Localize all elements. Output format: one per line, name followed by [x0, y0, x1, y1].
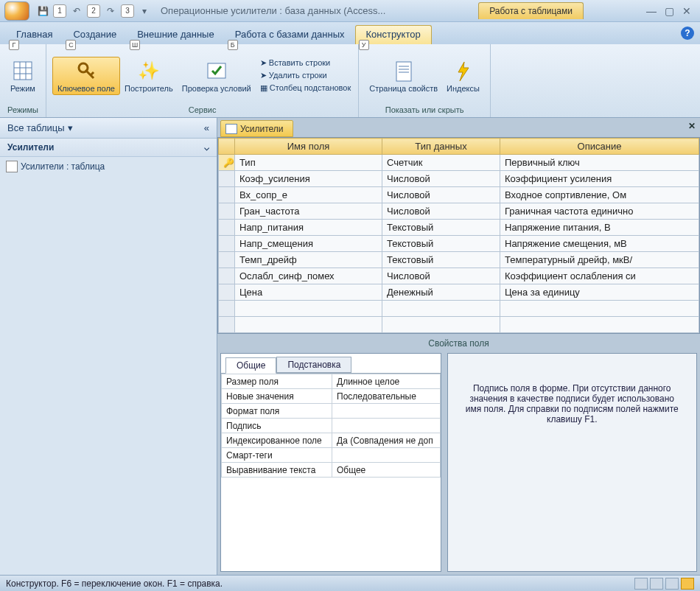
save-icon[interactable]: 💾 — [37, 5, 49, 17]
tab-external[interactable]: Внешние данныеШ — [127, 26, 225, 44]
cell-desc[interactable]: Цена за единицу — [500, 284, 699, 301]
property-row[interactable]: Новые значенияПоследовательные — [222, 389, 441, 404]
prop-value[interactable]: Да (Совпадения не доп — [332, 433, 441, 448]
cell-desc[interactable]: Граничная частота единично — [500, 203, 699, 220]
table-row[interactable]: 🔑 Тип Счетчик Первичный ключ — [219, 155, 699, 171]
prop-value[interactable]: Последовательные — [332, 389, 441, 404]
cell-name[interactable]: Напр_смещения — [235, 236, 382, 252]
context-tab[interactable]: Работа с таблицами — [478, 2, 584, 19]
cell-name[interactable]: Коэф_усиления — [235, 171, 382, 187]
tab-design[interactable]: КонструкторУ — [355, 25, 432, 44]
table-row[interactable]: Темп_дрейф Текстовый Температурный дрейф… — [219, 252, 699, 268]
minimize-button[interactable]: — — [644, 5, 659, 17]
row-selector[interactable] — [219, 203, 235, 220]
cell-desc[interactable]: Коэффициент усиления — [500, 171, 699, 187]
cell-type[interactable]: Текстовый — [382, 220, 500, 236]
table-row[interactable]: Ослабл_синф_помех Числовой Коэффициент о… — [219, 268, 699, 284]
view-design[interactable] — [681, 578, 694, 590]
row-selector[interactable] — [219, 171, 235, 187]
tab-home[interactable]: ГлавнаяГ — [6, 26, 63, 44]
validation-button[interactable]: Проверка условий — [178, 57, 256, 94]
property-sheet-button[interactable]: Страница свойств — [365, 57, 442, 94]
cell-type[interactable]: Счетчик — [382, 155, 500, 171]
builder-button[interactable]: ✨ Построитель — [120, 57, 178, 94]
table-row[interactable]: Коэф_усиления Числовой Коэффициент усиле… — [219, 171, 699, 187]
help-icon[interactable]: ? — [681, 27, 694, 40]
table-row[interactable] — [219, 317, 699, 333]
cell-type[interactable]: Числовой — [382, 268, 500, 284]
maximize-button[interactable]: ▢ — [662, 5, 676, 17]
prop-value[interactable]: Длинное целое — [332, 374, 441, 389]
row-selector[interactable] — [219, 268, 235, 284]
view-button[interactable]: Режим — [6, 57, 40, 94]
cell-type[interactable]: Текстовый — [382, 252, 500, 268]
cell-desc[interactable]: Коэффициент ослабления си — [500, 268, 699, 284]
cell-type[interactable]: Числовой — [382, 171, 500, 187]
cell-name[interactable]: Напр_питания — [235, 220, 382, 236]
table-row[interactable]: Напр_смещения Текстовый Напряжение смеще… — [219, 236, 699, 252]
property-row[interactable]: Подпись — [222, 419, 441, 433]
close-button[interactable]: ✕ — [679, 5, 694, 17]
insert-rows[interactable]: ➤ Вставить строки — [259, 57, 353, 69]
qat-dropdown-icon[interactable]: ▾ — [139, 5, 150, 17]
prop-value[interactable] — [332, 404, 441, 419]
col-description[interactable]: Описание — [500, 139, 699, 155]
nav-section[interactable]: Усилители⌵ — [0, 139, 217, 157]
prop-value[interactable] — [332, 419, 441, 433]
cell-name[interactable]: Гран_частота — [235, 203, 382, 220]
col-fieldname[interactable]: Имя поля — [235, 139, 382, 155]
property-row[interactable]: Индексированное полеДа (Совпадения не до… — [222, 433, 441, 448]
indexes-button[interactable]: Индексы — [442, 57, 484, 94]
office-button[interactable] — [4, 1, 29, 21]
row-selector[interactable] — [219, 284, 235, 301]
view-pivottable[interactable] — [650, 578, 663, 590]
prop-tab-lookup[interactable]: Подстановка — [276, 357, 351, 373]
table-row[interactable]: Гран_частота Числовой Граничная частота … — [219, 203, 699, 220]
cell-name[interactable]: Тип — [235, 155, 382, 171]
close-object[interactable]: ✕ — [684, 118, 700, 137]
property-row[interactable]: Выравнивание текстаОбщее — [222, 463, 441, 478]
property-row[interactable]: Формат поля — [222, 404, 441, 419]
cell-type[interactable]: Текстовый — [382, 236, 500, 252]
object-tab[interactable]: Усилители — [220, 120, 293, 137]
redo-icon[interactable]: ↷ — [105, 5, 116, 17]
undo-icon[interactable]: ↶ — [71, 5, 83, 17]
primary-key-button[interactable]: Ключевое поле — [52, 57, 120, 95]
cell-desc[interactable]: Напряжение смещения, мВ — [500, 236, 699, 252]
table-row[interactable] — [219, 301, 699, 317]
view-datasheet[interactable] — [634, 578, 648, 590]
prop-value[interactable]: Общее — [332, 463, 441, 478]
view-pivotchart[interactable] — [665, 578, 679, 590]
row-selector[interactable] — [219, 187, 235, 203]
property-row[interactable]: Смарт-теги — [222, 448, 441, 463]
delete-rows[interactable]: ➤ Удалить строки — [259, 70, 353, 81]
table-row[interactable]: Напр_питания Текстовый Напряжение питани… — [219, 220, 699, 236]
cell-name[interactable]: Цена — [235, 284, 382, 301]
row-selector[interactable] — [219, 220, 235, 236]
lookup-column[interactable]: ▦ Столбец подстановок — [259, 83, 353, 94]
field-grid[interactable]: Имя поля Тип данных Описание 🔑 Тип Счетч… — [217, 137, 700, 334]
cell-name[interactable]: Ослабл_синф_помех — [235, 268, 382, 284]
cell-type[interactable]: Числовой — [382, 187, 500, 203]
nav-header[interactable]: Все таблицы ▾ « — [0, 118, 217, 139]
cell-desc[interactable]: Температурный дрейф, мкВ/ — [500, 252, 699, 268]
prop-value[interactable] — [332, 448, 441, 463]
tab-create[interactable]: СозданиеС — [63, 26, 127, 44]
tab-db[interactable]: Работа с базами данныхБ — [225, 26, 355, 44]
cell-name[interactable]: Вх_сопр_е — [235, 187, 382, 203]
row-selector[interactable] — [219, 236, 235, 252]
cell-desc[interactable]: Входное сопртивление, Ом — [500, 187, 699, 203]
row-selector[interactable]: 🔑 — [219, 155, 235, 171]
cell-desc[interactable]: Напряжение питания, В — [500, 220, 699, 236]
row-selector[interactable] — [219, 252, 235, 268]
nav-item-table[interactable]: Усилители : таблица — [0, 157, 217, 176]
table-row[interactable]: Цена Денежный Цена за единицу — [219, 284, 699, 301]
collapse-icon[interactable]: « — [204, 122, 209, 133]
prop-tab-general[interactable]: Общие — [225, 357, 276, 374]
cell-type[interactable]: Числовой — [382, 203, 500, 220]
table-row[interactable]: Вх_сопр_е Числовой Входное сопртивление,… — [219, 187, 699, 203]
cell-name[interactable]: Темп_дрейф — [235, 252, 382, 268]
cell-type[interactable]: Денежный — [382, 284, 500, 301]
cell-desc[interactable]: Первичный ключ — [500, 155, 699, 171]
col-datatype[interactable]: Тип данных — [382, 139, 500, 155]
